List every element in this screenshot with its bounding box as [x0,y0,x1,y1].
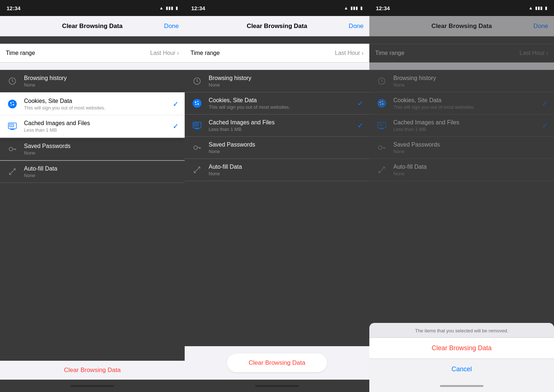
list-item-password-2[interactable]: Saved Passwords None [185,136,369,159]
list-item-history-1[interactable]: Browsing history None [0,70,185,92]
content-area-3: Time range Last Hour › Browsing history … [369,44,554,181]
svg-line-14 [9,169,15,175]
cookies-check-3: ✓ [542,99,548,108]
content-area-1: Time range Last Hour › Browsing history … [0,44,185,183]
password-text-3: Saved Passwords None [393,141,548,154]
list-item-cached-3: Cached Images and Files Less than 1 MB ✓ [369,114,554,136]
cookies-text-2: Cookies, Site Data This will sign you ou… [209,97,354,110]
chevron-icon-1: › [177,50,179,56]
list-item-password-1[interactable]: Saved Passwords None [0,138,185,160]
password-subtitle-2: None [209,149,364,154]
list-item-cookies-2[interactable]: Cookies, Site Data This will sign you ou… [185,92,369,114]
cached-subtitle-3: Less than 1 MB [393,127,539,132]
password-title-2: Saved Passwords [209,141,364,148]
time-range-row-2[interactable]: Time range Last Hour › [185,44,369,63]
content-area-2: Time range Last Hour › Browsing history … [185,44,369,181]
list-item-password-3: Saved Passwords None [369,136,554,159]
svg-point-40 [380,101,381,103]
svg-point-42 [380,104,381,105]
action-sheet-message-3: The items that you selected will be remo… [369,323,554,337]
list-item-cached-1[interactable]: Cached Images and Files Less than 1 MB ✓ [0,115,185,137]
password-text-1: Saved Passwords None [24,143,179,156]
time-range-label-2: Time range [190,50,220,56]
list-item-cookies-3: Cookies, Site Data This will sign you ou… [369,92,554,114]
clear-pill-btn-2[interactable]: Clear Browsing Data [227,353,327,372]
nav-bar-3: Clear Browsing Data Done [369,16,554,36]
list-item-cached-2[interactable]: Cached Images and Files Less than 1 MB ✓ [185,114,369,136]
time-range-value-2[interactable]: Last Hour › [335,50,364,56]
autofill-subtitle-1: None [24,173,179,178]
items-list-2: Browsing history None Cookies, Site [185,70,369,181]
svg-point-21 [195,101,196,103]
battery-icon-2: ▮ [360,5,363,11]
cookies-title-1: Cookies, Site Data [24,98,170,104]
cached-title-1: Cached Images and Files [24,120,170,127]
autofill-text-3: Auto-fill Data None [393,164,548,176]
autofill-icon-3 [375,163,388,176]
status-bar-1: 12:34 ▲ ▮▮▮ ▮ [0,0,185,16]
done-button-1[interactable]: Done [164,23,179,30]
list-item-history-2[interactable]: Browsing history None [185,70,369,92]
status-time-3: 12:34 [376,5,390,11]
cached-icon-3 [375,119,388,132]
svg-point-39 [377,99,386,108]
clear-pill-area-2: Clear Browsing Data [185,346,369,380]
svg-point-4 [11,105,12,106]
action-sheet-3: The items that you selected will be remo… [369,323,554,392]
svg-point-3 [13,102,14,103]
clear-browsing-btn-3[interactable]: Clear Browsing Data [369,337,554,359]
cancel-btn-3[interactable]: Cancel [369,359,554,380]
home-bar-3 [440,385,483,387]
status-icons-2: ▲ ▮▮▮ ▮ [344,5,363,11]
chevron-icon-2: › [362,50,364,56]
time-range-row-1[interactable]: Time range Last Hour › [0,44,185,63]
nav-title-2: Clear Browsing Data [247,23,307,30]
status-time-2: 12:34 [191,5,205,11]
cookies-title-2: Cookies, Site Data [209,97,354,104]
svg-line-33 [194,167,200,173]
cached-icon-1 [6,120,19,133]
history-title-3: Browsing history [393,75,548,81]
autofill-subtitle-3: None [393,171,548,176]
history-text-2: Browsing history None [209,75,364,88]
cookies-subtitle-1: This will sign you out of most websites. [24,105,170,111]
list-item-autofill-1[interactable]: Auto-fill Data None [0,160,185,183]
history-subtitle-3: None [393,82,548,88]
done-button-3[interactable]: Done [533,23,548,30]
list-item-autofill-2[interactable]: Auto-fill Data None [185,159,369,181]
autofill-text-1: Auto-fill Data None [24,165,179,178]
list-item-history-3: Browsing history None [369,70,554,92]
cookies-subtitle-2: This will sign you out of most websites. [209,104,354,110]
autofill-title-3: Auto-fill Data [393,164,548,170]
clear-btn-label-3: Clear Browsing Data [431,344,491,352]
time-range-value-1[interactable]: Last Hour › [150,50,179,56]
highlighted-box-1: Cookies, Site Data This will sign you ou… [0,92,185,138]
cookies-text-1: Cookies, Site Data This will sign you ou… [24,98,170,111]
cached-text-1: Cached Images and Files Less than 1 MB [24,120,170,133]
time-range-label-1: Time range [6,50,35,56]
bottom-area-1: Clear Browsing Data [0,361,185,392]
cookies-title-3: Cookies, Site Data [393,97,539,104]
home-bar-1 [71,385,114,387]
cookies-subtitle-3: This will sign you out of most websites. [393,104,539,110]
password-subtitle-3: None [393,149,548,154]
status-icons-3: ▲ ▮▮▮ ▮ [529,5,547,11]
items-list-1: Browsing history None [0,70,185,183]
time-range-row-3: Time range Last Hour › [369,44,554,63]
cancel-label-3: Cancel [451,365,472,373]
signal-icon-1: ▮▮▮ [166,5,173,11]
password-title-3: Saved Passwords [393,141,548,148]
autofill-title-1: Auto-fill Data [24,165,179,172]
history-subtitle-1: None [24,82,179,88]
svg-point-1 [8,100,17,108]
done-button-2[interactable]: Done [349,23,364,30]
password-icon-2 [190,141,204,154]
password-subtitle-1: None [24,150,179,156]
cached-icon-2 [190,119,204,132]
home-indicator-3 [369,380,554,392]
status-bar-3: 12:34 ▲ ▮▮▮ ▮ [369,0,554,16]
chevron-icon-3: › [546,50,548,56]
clear-btn-1[interactable]: Clear Browsing Data [64,367,121,374]
list-item-cookies-1[interactable]: Cookies, Site Data This will sign you ou… [0,93,185,115]
phone-panel-1: 12:34 ▲ ▮▮▮ ▮ Clear Browsing Data Done T… [0,0,185,392]
